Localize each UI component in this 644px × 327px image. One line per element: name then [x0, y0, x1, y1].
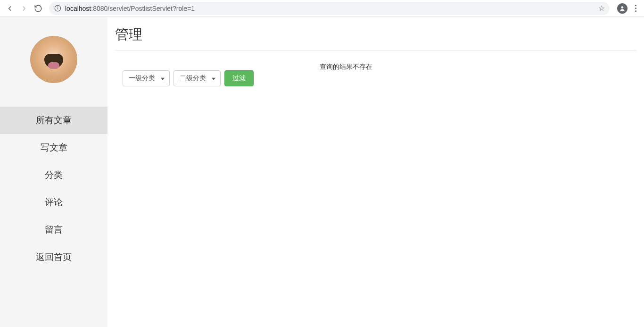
reload-icon[interactable]	[34, 4, 42, 13]
select-label: 一级分类	[129, 74, 155, 83]
select-label: 二级分类	[180, 74, 206, 83]
url-path: :8080/servlet/PostlistServlet?role=1	[91, 5, 195, 12]
avatar[interactable]	[30, 36, 77, 83]
bookmark-star-icon[interactable]: ☆	[598, 4, 605, 13]
result-message: 查询的结果不存在	[254, 62, 636, 71]
sidebar-item-label: 写文章	[41, 142, 67, 154]
sidebar: 所有文章 写文章 分类 评论 留言 返回首页	[0, 17, 107, 327]
sidebar-item-write-post[interactable]: 写文章	[0, 134, 107, 161]
browser-toolbar: localhost:8080/servlet/PostlistServlet?r…	[0, 0, 644, 17]
sidebar-item-messages[interactable]: 留言	[0, 216, 107, 243]
content-row: 一级分类 二级分类 过滤 查询的结果不存在	[115, 50, 636, 86]
filter-button-label: 过滤	[232, 74, 246, 83]
page-title: 管理	[115, 25, 636, 50]
info-icon[interactable]	[54, 5, 61, 12]
filter-button[interactable]: 过滤	[224, 70, 254, 86]
main-content: 管理 一级分类 二级分类 过滤 查询的结果不存在	[107, 17, 644, 327]
forward-icon[interactable]	[20, 4, 28, 13]
sidebar-item-label: 留言	[45, 224, 63, 236]
sidebar-item-label: 返回首页	[36, 251, 72, 263]
app-body: 所有文章 写文章 分类 评论 留言 返回首页 管理 一级分类	[0, 17, 644, 327]
svg-point-3	[621, 6, 624, 8]
filter-area: 一级分类 二级分类 过滤	[115, 62, 254, 86]
sidebar-item-label: 所有文章	[36, 114, 72, 126]
nav-buttons	[4, 4, 44, 13]
back-icon[interactable]	[6, 4, 14, 13]
url-host: localhost	[65, 5, 91, 12]
primary-category-select[interactable]: 一级分类	[123, 70, 170, 86]
sidebar-item-back-home[interactable]: 返回首页	[0, 243, 107, 271]
sidebar-item-comments[interactable]: 评论	[0, 189, 107, 216]
secondary-category-select[interactable]: 二级分类	[173, 70, 221, 86]
url-bar[interactable]: localhost:8080/servlet/PostlistServlet?r…	[49, 2, 610, 15]
svg-point-2	[58, 7, 58, 7]
sidebar-item-categories[interactable]: 分类	[0, 161, 107, 189]
kebab-menu-icon[interactable]	[634, 4, 637, 13]
sidebar-nav: 所有文章 写文章 分类 评论 留言 返回首页	[0, 107, 107, 271]
sidebar-item-label: 分类	[45, 169, 63, 181]
user-avatar-icon[interactable]	[617, 3, 627, 14]
toolbar-right	[614, 3, 640, 14]
url-text: localhost:8080/servlet/PostlistServlet?r…	[65, 5, 595, 12]
sidebar-item-label: 评论	[45, 196, 63, 209]
sidebar-item-all-posts[interactable]: 所有文章	[0, 107, 107, 134]
